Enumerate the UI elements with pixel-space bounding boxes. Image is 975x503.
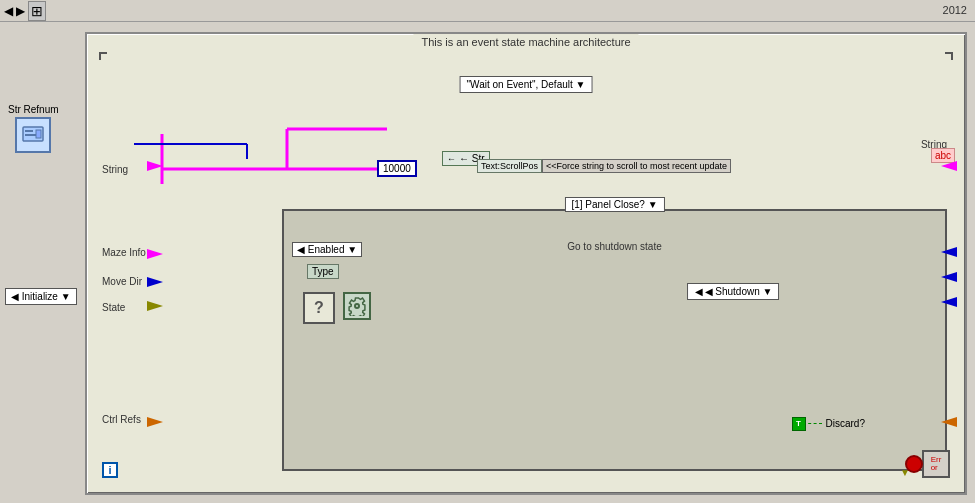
- panel-close-selector[interactable]: [1] Panel Close? ▼: [564, 197, 664, 212]
- state-label: State: [102, 302, 125, 313]
- frame-corner-tr: [945, 52, 953, 60]
- left-terminal-state: [147, 301, 163, 311]
- true-constant: T: [792, 417, 806, 431]
- ctrl-refs-label: Ctrl Refs: [102, 414, 141, 425]
- shutdown-dropdown[interactable]: ◀ ◀ Shutdown ▼: [688, 283, 780, 300]
- toolbar-icons: ◀ ▶ ⊞: [4, 1, 46, 21]
- str-refnum-icon[interactable]: [15, 117, 51, 153]
- forward-icon[interactable]: ▶: [16, 4, 25, 18]
- maze-info-label: Maze Info: [102, 247, 146, 258]
- v-indicator: ▼: [900, 467, 910, 478]
- str-refnum-label: Str Refnum: [8, 104, 59, 115]
- svg-rect-2: [25, 134, 37, 136]
- error-cluster: Error: [922, 450, 950, 478]
- event-selector-dropdown[interactable]: "Wait on Event", Default ▼: [460, 76, 593, 93]
- type-tag: Type: [307, 264, 339, 279]
- back-icon[interactable]: ◀: [4, 4, 13, 18]
- initialize-dropdown[interactable]: ◀ Initialize ▼: [5, 288, 77, 305]
- discard-label: Discard?: [826, 418, 865, 429]
- left-terminal-maze-info: [147, 249, 163, 259]
- string-label-left: String: [102, 164, 128, 175]
- info-indicator[interactable]: i: [102, 462, 118, 478]
- str-refnum-control: Str Refnum: [8, 104, 59, 153]
- toolbar: ◀ ▶ ⊞ 2012: [0, 0, 975, 22]
- left-terminal-string: [147, 161, 163, 171]
- goto-shutdown-text: Go to shutdown state: [567, 241, 662, 252]
- string-abc-indicator: abc: [931, 148, 955, 163]
- left-terminal-move-dir: [147, 277, 163, 287]
- frame-corner-tl: [99, 52, 107, 60]
- move-dir-label: Move Dir: [102, 276, 142, 287]
- value-10000: 10000: [377, 160, 417, 177]
- panel-close-frame: [1] Panel Close? ▼ Go to shutdown state …: [282, 209, 947, 471]
- gear-node: [343, 292, 371, 320]
- wire-canvas: [87, 34, 387, 184]
- year-label: 2012: [943, 4, 967, 16]
- discard-group: T Discard?: [792, 418, 865, 429]
- vi-title: This is an event state machine architect…: [413, 34, 638, 50]
- grid-icon[interactable]: ⊞: [28, 1, 46, 21]
- enabled-dropdown[interactable]: ◀ Enabled ▼: [292, 242, 362, 257]
- main-canvas: Str Refnum ◀ Initialize ▼ This is an eve…: [0, 22, 975, 503]
- svg-rect-3: [36, 130, 41, 138]
- svg-rect-1: [25, 130, 33, 132]
- scroll-tooltip-node: <<Force string to scroll to most recent …: [542, 159, 731, 173]
- left-terminal-ctrl-refs: [147, 417, 163, 427]
- vi-frame: This is an event state machine architect…: [85, 32, 967, 495]
- scroll-pos-node: Text:ScrollPos: [477, 159, 542, 173]
- question-node: ?: [303, 292, 335, 324]
